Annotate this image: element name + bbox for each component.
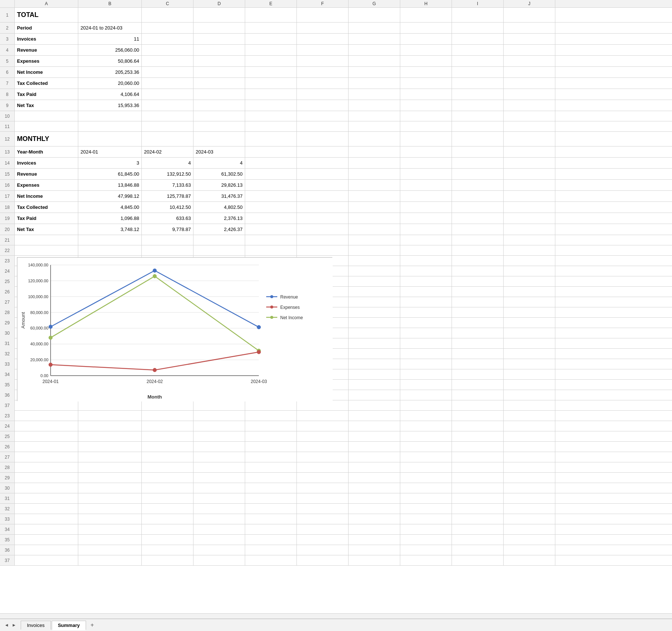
cell[interactable] (504, 483, 555, 493)
cell[interactable] (297, 493, 349, 503)
cell[interactable] (504, 400, 555, 410)
cell[interactable] (400, 158, 452, 168)
cell[interactable] (504, 180, 555, 190)
cell[interactable] (349, 89, 400, 100)
cell[interactable] (193, 56, 245, 66)
cell[interactable] (400, 411, 452, 421)
cell[interactable] (78, 524, 142, 534)
cell[interactable] (452, 473, 504, 483)
cell[interactable] (297, 235, 349, 245)
cell[interactable] (349, 369, 400, 379)
cell[interactable] (15, 121, 78, 131)
cell[interactable] (245, 421, 297, 431)
cell[interactable] (78, 121, 142, 131)
cell[interactable] (452, 442, 504, 452)
cell[interactable] (504, 555, 555, 565)
cell[interactable] (142, 431, 193, 441)
cell[interactable] (400, 100, 452, 111)
cell[interactable] (78, 545, 142, 555)
tab-summary[interactable]: Summary (52, 621, 86, 630)
cell[interactable] (349, 359, 400, 369)
cell[interactable] (142, 34, 193, 44)
cell[interactable] (452, 121, 504, 131)
cell[interactable]: 50,806.64 (78, 56, 142, 66)
cell[interactable] (297, 483, 349, 493)
cell[interactable] (504, 245, 555, 255)
cell[interactable] (452, 297, 504, 307)
cell[interactable]: 205,253.36 (78, 67, 142, 77)
tab-add-button[interactable]: + (87, 620, 97, 630)
cell[interactable]: Invoices (15, 34, 78, 44)
cell[interactable] (504, 462, 555, 472)
cell[interactable]: 4,106.64 (78, 89, 142, 100)
cell[interactable]: Tax Collected (15, 78, 78, 89)
cell[interactable] (193, 100, 245, 111)
cell[interactable] (504, 390, 555, 400)
cell[interactable] (349, 276, 400, 286)
cell[interactable] (78, 400, 142, 410)
cell[interactable] (142, 452, 193, 462)
cell[interactable] (297, 421, 349, 431)
col-header-a[interactable]: A (15, 0, 78, 7)
cell[interactable] (15, 524, 78, 534)
cell[interactable] (349, 349, 400, 359)
cell[interactable] (504, 349, 555, 359)
cell[interactable] (193, 78, 245, 89)
cell[interactable] (297, 545, 349, 555)
cell[interactable] (297, 224, 349, 235)
cell[interactable] (349, 307, 400, 317)
cell[interactable] (400, 8, 452, 22)
cell[interactable] (349, 202, 400, 213)
col-header-f[interactable]: F (297, 0, 349, 7)
cell[interactable] (297, 8, 349, 22)
cell[interactable] (142, 111, 193, 121)
cell[interactable] (400, 287, 452, 297)
cell[interactable] (452, 158, 504, 168)
cell[interactable] (400, 555, 452, 565)
cell[interactable] (245, 23, 297, 33)
cell[interactable] (297, 146, 349, 157)
cell[interactable] (142, 56, 193, 66)
cell[interactable]: 9,778.87 (142, 224, 193, 235)
cell[interactable] (400, 390, 452, 400)
cell[interactable] (504, 545, 555, 555)
cell[interactable] (452, 307, 504, 317)
cell[interactable] (452, 34, 504, 44)
cell[interactable] (297, 132, 349, 146)
cell[interactable] (504, 431, 555, 441)
cell[interactable] (245, 473, 297, 483)
cell[interactable] (78, 504, 142, 514)
cell[interactable]: 61,302.50 (193, 169, 245, 179)
cell[interactable] (142, 245, 193, 255)
cell[interactable] (78, 514, 142, 524)
cell[interactable] (504, 421, 555, 431)
cell[interactable] (349, 235, 400, 245)
cell[interactable] (245, 213, 297, 224)
cell[interactable]: 4 (193, 158, 245, 168)
cell[interactable] (297, 514, 349, 524)
cell[interactable] (193, 452, 245, 462)
cell[interactable] (297, 202, 349, 213)
cell[interactable] (504, 56, 555, 66)
cell[interactable] (245, 452, 297, 462)
cell[interactable] (349, 493, 400, 503)
cell[interactable] (245, 180, 297, 190)
cell[interactable] (193, 504, 245, 514)
cell[interactable] (452, 180, 504, 190)
cell[interactable]: 125,778.87 (142, 191, 193, 201)
cell[interactable] (15, 555, 78, 565)
cell[interactable] (297, 524, 349, 534)
cell[interactable]: TOTAL (15, 8, 78, 22)
cell[interactable] (245, 514, 297, 524)
cell[interactable] (142, 67, 193, 77)
cell[interactable] (245, 431, 297, 441)
cell[interactable] (15, 545, 78, 555)
cell[interactable] (245, 45, 297, 55)
cell[interactable] (400, 191, 452, 201)
cell[interactable] (193, 524, 245, 534)
cell[interactable] (297, 431, 349, 441)
cell[interactable] (349, 390, 400, 400)
cell[interactable] (15, 400, 78, 410)
cell[interactable] (452, 132, 504, 146)
cell[interactable] (142, 121, 193, 131)
